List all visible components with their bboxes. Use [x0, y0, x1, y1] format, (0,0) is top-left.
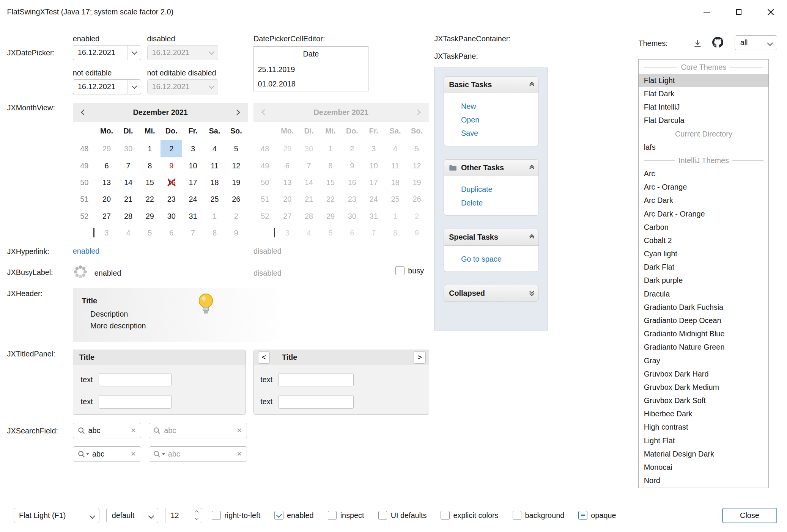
day-cell[interactable]: 15	[139, 174, 161, 191]
theme-list-item[interactable]: Carbon	[639, 221, 768, 234]
checkbox-box[interactable]	[212, 511, 221, 520]
theme-list-item[interactable]: Gradianto Dark Fuchsia	[639, 301, 768, 314]
day-cell[interactable]: 5	[225, 140, 247, 157]
taskpane-header[interactable]: Other Tasks	[444, 159, 539, 176]
search-input[interactable]	[164, 426, 233, 435]
taskpane-header[interactable]: Basic Tasks	[444, 76, 539, 93]
collapse-icon[interactable]	[530, 165, 534, 170]
theme-list-item[interactable]: Gruvbox Dark Soft	[639, 394, 768, 407]
taskpane-link[interactable]: New	[461, 100, 538, 113]
theme-list-item[interactable]: Arc	[639, 167, 768, 180]
hyperlink-enabled[interactable]: enabled	[73, 247, 100, 256]
checkbox-box[interactable]	[441, 511, 450, 520]
laf-combo[interactable]: Flat Light (F1)	[14, 508, 99, 523]
day-cell[interactable]: 8	[139, 157, 161, 174]
font-combo[interactable]: default	[106, 508, 158, 523]
search-input[interactable]	[92, 450, 127, 458]
theme-list-item[interactable]: Monocai	[639, 461, 768, 474]
day-cell[interactable]: 10	[182, 157, 204, 174]
day-cell[interactable]: 7	[182, 224, 204, 241]
day-cell[interactable]: 28	[118, 208, 139, 224]
day-cell[interactable]: 24	[182, 191, 204, 207]
close-dialog-button[interactable]: Close	[722, 508, 777, 523]
theme-list-item[interactable]: Arc - Orange	[639, 180, 768, 194]
day-cell[interactable]: 3	[182, 140, 204, 157]
theme-list-item[interactable]: Flat IntelliJ	[639, 100, 768, 114]
prev-month-button[interactable]	[79, 110, 88, 115]
theme-list-item[interactable]: Gradianto Deep Ocean	[639, 314, 768, 327]
theme-list-item[interactable]: Material Design Dark	[639, 447, 768, 461]
theme-list-item[interactable]: Arc Dark	[639, 194, 768, 207]
clear-icon[interactable]: ✕	[236, 450, 242, 458]
day-cell[interactable]: 9	[161, 157, 182, 174]
day-cell[interactable]: 20	[96, 191, 118, 207]
day-cell[interactable]: 6	[161, 224, 182, 241]
theme-list-item[interactable]: Gray	[639, 354, 768, 367]
theme-list-item[interactable]: Cobalt 2	[639, 234, 768, 247]
day-cell[interactable]: 29	[139, 208, 161, 224]
search-dropdown-icon[interactable]	[78, 450, 89, 458]
day-cell[interactable]: 26	[225, 191, 247, 207]
taskpane-link[interactable]: Go to space	[461, 253, 538, 266]
theme-list-item[interactable]: Cyan light	[639, 247, 768, 261]
collapse-icon[interactable]	[530, 82, 534, 87]
datepicker-not-editable[interactable]: 16.12.2021	[73, 79, 141, 94]
search-field-4[interactable]: ✕	[149, 446, 247, 462]
taskpane-link[interactable]: Delete	[461, 196, 538, 210]
day-cell[interactable]: 30	[118, 140, 139, 157]
day-cell[interactable]: 16	[161, 174, 182, 191]
taskpane-header[interactable]: Special Tasks	[444, 229, 539, 246]
theme-list-item[interactable]: Gradianto Nature Green	[639, 341, 768, 354]
checkbox-box[interactable]	[378, 511, 387, 520]
day-cell[interactable]: 31	[182, 208, 204, 224]
taskpane-link[interactable]: Open	[461, 113, 538, 127]
day-cell[interactable]: 1	[204, 208, 225, 224]
theme-list-item[interactable]: Dark purple	[639, 274, 768, 287]
search-dropdown-icon[interactable]	[153, 450, 165, 458]
checkbox-background[interactable]: background	[513, 511, 565, 520]
clear-icon[interactable]: ✕	[236, 427, 242, 435]
theme-list-item[interactable]: Flat Light	[639, 74, 768, 87]
theme-list-item[interactable]: Arc Dark - Orange	[639, 207, 768, 221]
day-cell[interactable]: 19	[225, 174, 247, 191]
checkbox-enabled[interactable]: enabled	[274, 511, 314, 520]
text-input[interactable]	[279, 373, 354, 387]
day-cell[interactable]: 14	[118, 174, 139, 191]
day-cell[interactable]: 29	[96, 140, 118, 157]
spinner-down-button[interactable]	[191, 515, 202, 523]
titledpanel-left-button[interactable]: <	[258, 352, 270, 364]
table-row[interactable]: 25.11.2019	[254, 62, 368, 77]
datepicker-enabled[interactable]: 16.12.2021	[73, 45, 141, 60]
maximize-button[interactable]	[723, 0, 755, 24]
checkbox-inspect[interactable]: inspect	[328, 511, 364, 520]
day-cell[interactable]: 13	[96, 174, 118, 191]
chevron-down-icon[interactable]	[127, 80, 140, 94]
taskpane-link[interactable]: Duplicate	[461, 183, 538, 196]
checkbox-right-to-left[interactable]: right-to-left	[212, 511, 260, 520]
theme-list-item[interactable]: Nord	[639, 474, 768, 487]
day-cell[interactable]: 7	[118, 157, 139, 174]
checkbox-box[interactable]	[395, 266, 405, 275]
day-cell[interactable]: 25	[204, 191, 225, 207]
checkbox-opaque[interactable]: opaque	[578, 511, 616, 520]
theme-list-item[interactable]: High contrast	[639, 421, 768, 434]
text-input[interactable]	[279, 395, 354, 409]
search-field-1[interactable]: ✕	[73, 423, 141, 438]
github-icon[interactable]	[712, 37, 723, 48]
theme-list-item[interactable]: Flat Dark	[639, 87, 768, 100]
download-icon[interactable]	[693, 38, 702, 48]
checkbox-box[interactable]	[513, 511, 522, 520]
taskpane-link[interactable]: Save	[461, 127, 538, 140]
spinner-up-button[interactable]	[191, 508, 202, 516]
spinner-value[interactable]: 12	[165, 508, 191, 523]
themes-filter-combo[interactable]: all	[735, 35, 777, 50]
minimize-button[interactable]	[691, 0, 723, 24]
day-cell[interactable]: 3	[96, 224, 118, 241]
theme-list-item[interactable]: Light Flat	[639, 434, 768, 447]
collapse-icon[interactable]	[530, 235, 534, 240]
checkbox-explicit-colors[interactable]: explicit colors	[441, 511, 498, 520]
theme-list-item[interactable]: Dracula	[639, 287, 768, 301]
next-month-button[interactable]	[232, 110, 241, 115]
day-cell[interactable]: 11	[204, 157, 225, 174]
table-column-header[interactable]: Date	[254, 47, 368, 62]
